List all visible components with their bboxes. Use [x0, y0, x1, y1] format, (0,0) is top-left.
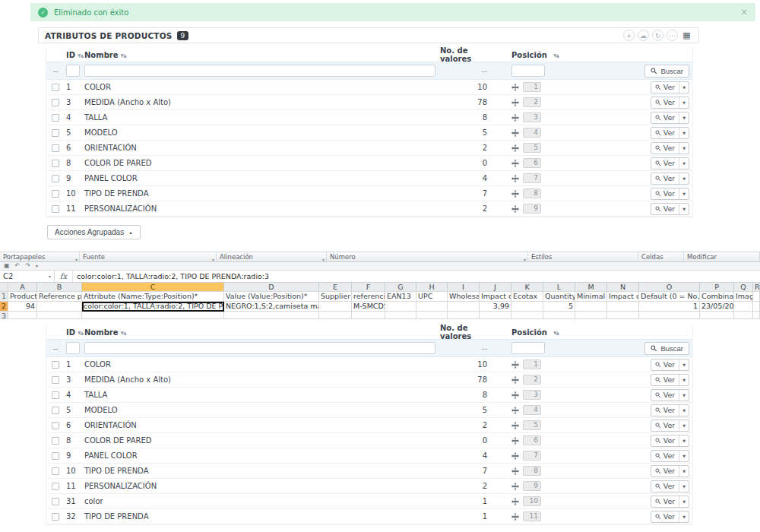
view-button[interactable]: Ver ▼ [651, 112, 689, 124]
move-icon[interactable] [511, 391, 519, 399]
move-icon[interactable] [511, 498, 519, 505]
row-checkbox[interactable] [52, 467, 59, 475]
col-header-J[interactable]: J [480, 283, 511, 292]
row-checkbox[interactable] [52, 160, 59, 167]
row-header-3[interactable]: 3 [0, 312, 8, 319]
id-filter-input[interactable] [66, 342, 80, 354]
row-checkbox[interactable] [52, 114, 59, 122]
col-header-id[interactable]: ID▼▲ [65, 48, 84, 62]
col-header-I[interactable]: I [448, 283, 480, 292]
cell[interactable] [224, 312, 319, 319]
dialog-launcher-icon[interactable]: ▾ [524, 257, 526, 262]
view-dropdown-caret[interactable]: ▼ [679, 359, 689, 370]
cell-E2[interactable] [319, 302, 352, 312]
ribbon-group[interactable]: Portapapeles ▾ [0, 252, 80, 261]
col-header-H[interactable]: H [416, 283, 448, 292]
cell[interactable] [575, 312, 607, 319]
move-icon[interactable] [511, 84, 519, 91]
view-dropdown-caret[interactable]: ▼ [679, 466, 689, 477]
cell-K1[interactable]: Ecotax [511, 292, 543, 302]
view-button[interactable]: Ver ▼ [651, 450, 689, 462]
view-dropdown-caret[interactable]: ▼ [679, 82, 689, 93]
ribbon-group[interactable]: Estilos [528, 252, 638, 261]
refresh-icon[interactable]: ↻ [652, 30, 663, 41]
view-dropdown-caret[interactable]: ▼ [679, 511, 689, 522]
view-button[interactable]: Ver ▼ [651, 97, 689, 109]
col-header-O[interactable]: O [639, 283, 700, 292]
view-dropdown-caret[interactable]: ▼ [679, 375, 689, 385]
cell[interactable] [639, 312, 700, 319]
dialog-launcher-icon[interactable]: ▾ [322, 257, 325, 262]
move-icon[interactable] [511, 483, 519, 490]
cell[interactable] [448, 312, 480, 319]
move-icon[interactable] [511, 452, 519, 460]
cell[interactable] [753, 312, 760, 319]
cell[interactable] [700, 312, 734, 319]
view-button[interactable]: Ver ▼ [651, 81, 689, 93]
cell-P2[interactable]: 23/05/2019 [700, 302, 734, 312]
selected-cell-C2[interactable]: color:color:1, TALLA:radio:2, TIPO DE PR… [82, 302, 224, 312]
row-checkbox[interactable] [52, 205, 59, 213]
name-box[interactable]: C2 ▾ [0, 271, 55, 282]
col-header-M[interactable]: M [575, 283, 607, 292]
cell-H2[interactable] [416, 302, 448, 312]
cell-H1[interactable]: UPC [416, 292, 448, 302]
view-dropdown-caret[interactable]: ▼ [679, 143, 689, 154]
row-checkbox[interactable] [52, 391, 59, 399]
cell[interactable] [8, 312, 37, 319]
cell[interactable] [480, 312, 511, 319]
cell-R2[interactable] [753, 302, 760, 312]
cell-D2[interactable]: NEGRO:1,S:2,camiseta manga corta:3 [224, 302, 319, 312]
row-checkbox[interactable] [52, 376, 59, 384]
sort-icons[interactable]: ▼▲ [78, 330, 83, 335]
move-icon[interactable] [511, 407, 519, 414]
view-button[interactable]: Ver ▼ [651, 511, 689, 523]
col-header-id[interactable]: ID▼▲ [65, 325, 84, 339]
dialog-launcher-icon[interactable]: ▾ [212, 257, 214, 262]
cell[interactable] [385, 312, 416, 319]
cell-A2[interactable]: 94 [8, 302, 37, 312]
sort-icons[interactable]: ▼▲ [121, 52, 126, 58]
move-icon[interactable] [511, 205, 519, 213]
view-button[interactable]: Ver ▼ [651, 127, 689, 139]
ribbon-group[interactable]: Número ▾ [327, 252, 528, 261]
move-icon[interactable] [511, 467, 519, 475]
cell[interactable] [416, 312, 448, 319]
grouped-actions-button[interactable]: Acciones Agrupadas ▲ [47, 225, 141, 239]
cell[interactable] [37, 312, 82, 319]
col-header-C-selected[interactable]: C [82, 283, 224, 292]
view-button[interactable]: Ver ▼ [651, 157, 689, 169]
cell[interactable] [607, 312, 639, 319]
row-checkbox[interactable] [52, 144, 59, 152]
cell-N2[interactable] [607, 302, 639, 312]
row-checkbox[interactable] [52, 99, 59, 106]
export-icon[interactable]: ☁ [638, 30, 649, 41]
col-header-posicion[interactable]: Posición▼▲ [493, 48, 577, 62]
col-header-P[interactable]: P [700, 283, 734, 292]
view-button[interactable]: Ver ▼ [651, 420, 689, 432]
ribbon-group[interactable]: Modificar [684, 252, 760, 261]
move-icon[interactable] [511, 144, 519, 152]
move-icon[interactable] [511, 160, 519, 167]
move-icon[interactable] [511, 422, 519, 429]
cell-C1[interactable]: Attribute (Name:Type:Position)* [82, 292, 224, 302]
position-filter-input[interactable] [511, 65, 545, 77]
cell-P1[interactable]: Combinatio [700, 292, 734, 302]
move-icon[interactable] [511, 114, 519, 122]
fx-icon[interactable]: fx [55, 271, 73, 282]
cell-F1[interactable]: referencia [352, 292, 385, 302]
cell-F2[interactable]: M-SMCDSB [352, 302, 385, 312]
cell[interactable] [543, 312, 575, 319]
cell-Q2[interactable] [734, 302, 753, 312]
view-button[interactable]: Ver ▼ [651, 203, 689, 215]
formula-bar[interactable]: color:color:1, TALLA:radio:2, TIPO DE PR… [73, 271, 760, 282]
cell-D1[interactable]: Value (Value:Position)* [224, 292, 319, 302]
view-dropdown-caret[interactable]: ▼ [679, 435, 689, 446]
col-header-B[interactable]: B [37, 283, 82, 292]
col-header-D[interactable]: D [224, 283, 319, 292]
cell[interactable] [511, 312, 543, 319]
close-icon[interactable]: × [740, 7, 748, 17]
name-filter-input[interactable] [84, 342, 435, 354]
ribbon-group[interactable]: Fuente ▾ [80, 252, 217, 261]
row-checkbox[interactable] [52, 498, 59, 505]
